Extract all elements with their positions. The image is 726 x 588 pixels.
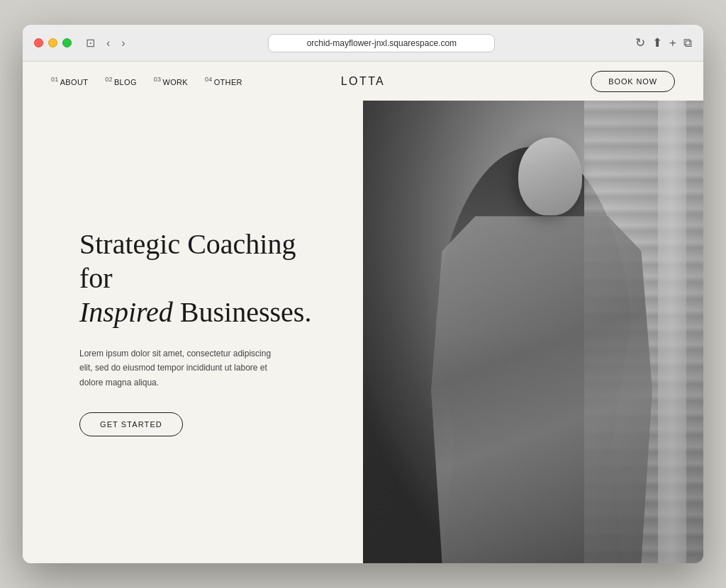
browser-controls: ⊡ ‹ › <box>83 35 128 51</box>
hero-photo-bg <box>363 101 703 563</box>
get-started-button[interactable]: GET STARTED <box>79 412 183 436</box>
browser-window: ⊡ ‹ › ↻ ⬆ + ⧉ 01ABOUT 02BLOG 03WORK 04OT… <box>23 25 703 563</box>
share-button[interactable]: ⬆ <box>652 35 662 50</box>
copy-button[interactable]: ⧉ <box>683 36 692 50</box>
back-button[interactable]: ‹ <box>104 35 113 51</box>
close-button[interactable] <box>34 38 43 47</box>
navigation: 01ABOUT 02BLOG 03WORK 04OTHER LOTTA BOOK… <box>23 62 703 101</box>
brand-logo: LOTTA <box>341 75 385 88</box>
book-now-button[interactable]: BOOK NOW <box>591 71 675 92</box>
url-input[interactable] <box>268 34 495 52</box>
hero-content: Strategic Coaching for Inspired Business… <box>23 101 363 563</box>
nav-other[interactable]: 04OTHER <box>205 78 242 86</box>
nav-work[interactable]: 03WORK <box>154 78 188 86</box>
hero-description: Lorem ipsum dolor sit amet, consectetur … <box>79 346 278 390</box>
hero-image <box>363 101 703 563</box>
photo-overlay <box>363 101 703 563</box>
hero-section: Strategic Coaching for Inspired Business… <box>23 101 703 563</box>
maximize-button[interactable] <box>62 38 72 47</box>
minimize-button[interactable] <box>48 38 57 47</box>
website: 01ABOUT 02BLOG 03WORK 04OTHER LOTTA BOOK… <box>23 62 703 563</box>
nav-blog[interactable]: 02BLOG <box>105 78 137 86</box>
nav-about[interactable]: 01ABOUT <box>51 78 88 86</box>
nav-links: 01ABOUT 02BLOG 03WORK 04OTHER <box>51 75 242 88</box>
refresh-button[interactable]: ↻ <box>635 35 645 50</box>
browser-actions: ↻ ⬆ + ⧉ <box>635 35 692 50</box>
window-icon[interactable]: ⊡ <box>83 35 98 51</box>
browser-chrome: ⊡ ‹ › ↻ ⬆ + ⧉ <box>23 25 703 62</box>
address-bar <box>137 34 627 52</box>
hero-title: Strategic Coaching for Inspired Business… <box>79 227 320 329</box>
forward-button[interactable]: › <box>118 35 128 51</box>
new-tab-button[interactable]: + <box>669 36 676 50</box>
traffic-lights <box>34 38 72 47</box>
